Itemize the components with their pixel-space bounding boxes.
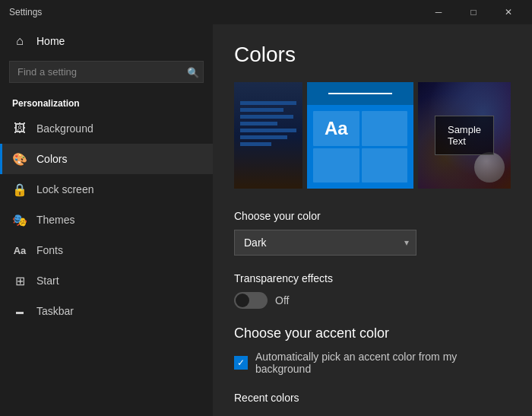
main-layout: ⌂ Home 🔍 Personalization 🖼 Background 🎨 …	[0, 24, 532, 416]
search-icon-button[interactable]: 🔍	[187, 66, 199, 78]
sidebar-item-themes[interactable]: 🎭 Themes	[0, 205, 213, 235]
recent-colors-label: Recent colors	[234, 392, 511, 404]
auto-accent-checkbox[interactable]: ✓	[234, 356, 248, 370]
colors-icon: 🎨	[12, 151, 27, 167]
transparency-label: Transparency effects	[234, 272, 511, 284]
sidebar-section-label: Personalization	[0, 92, 213, 113]
minimize-button[interactable]: ─	[421, 0, 456, 24]
taskbar-icon: ▬	[12, 303, 27, 319]
transparency-toggle[interactable]	[234, 292, 268, 309]
sidebar-item-background[interactable]: 🖼 Background	[0, 113, 213, 144]
content-area: Colors Aa	[213, 24, 532, 416]
background-icon: 🖼	[12, 121, 27, 136]
sidebar-home-label: Home	[36, 35, 65, 47]
window-controls: ─ □ ✕	[421, 0, 526, 24]
search-input[interactable]	[9, 61, 204, 83]
preview-aa-cell: Aa	[313, 111, 359, 146]
preview-middle-top	[307, 82, 413, 105]
lock-icon: 🔒	[12, 182, 27, 197]
preview-line	[328, 93, 392, 94]
accent-title: Choose your accent color	[234, 325, 511, 341]
preview-tile-right: Sample Text	[418, 82, 511, 189]
preview-grid-cell-3	[313, 148, 359, 183]
color-picker-label: Choose your color	[234, 210, 511, 222]
search-container: 🔍	[9, 61, 204, 83]
preview-section: Aa Sample Text	[234, 82, 511, 189]
themes-icon: 🎭	[12, 212, 27, 227]
start-icon: ⊞	[12, 273, 27, 288]
auto-accent-label: Automatically pick an accent color from …	[255, 351, 511, 375]
preview-grid: Aa	[307, 105, 413, 189]
close-button[interactable]: ✕	[491, 0, 526, 24]
sidebar-item-colors[interactable]: 🎨 Colors	[0, 144, 213, 174]
app-title: Settings	[9, 7, 42, 17]
checkmark-icon: ✓	[237, 357, 245, 368]
sidebar-item-label: Themes	[36, 214, 75, 226]
color-select[interactable]: Dark Light Custom	[234, 230, 416, 256]
sidebar-item-home[interactable]: ⌂ Home	[0, 24, 213, 58]
color-picker-group: Choose your color Dark Light Custom ▾	[234, 210, 511, 256]
sidebar-item-label: Fonts	[36, 244, 63, 256]
color-dropdown[interactable]: Dark Light Custom ▾	[234, 230, 416, 256]
sidebar-item-label: Lock screen	[36, 183, 93, 195]
sidebar-item-fonts[interactable]: Aa Fonts	[0, 235, 213, 265]
sidebar: ⌂ Home 🔍 Personalization 🖼 Background 🎨 …	[0, 24, 213, 416]
sidebar-item-taskbar[interactable]: ▬ Taskbar	[0, 296, 213, 326]
auto-accent-row[interactable]: ✓ Automatically pick an accent color fro…	[234, 351, 511, 375]
sidebar-item-label: Background	[36, 122, 93, 135]
transparency-toggle-row: Off	[234, 292, 511, 309]
toggle-knob	[236, 294, 249, 307]
preview-tile-middle: Aa	[307, 82, 413, 189]
sidebar-item-lock-screen[interactable]: 🔒 Lock screen	[0, 174, 213, 205]
home-icon: ⌂	[12, 33, 27, 49]
sidebar-item-label: Taskbar	[36, 305, 74, 317]
title-bar: Settings ─ □ ✕	[0, 0, 532, 24]
sidebar-item-label: Start	[36, 275, 59, 287]
preview-tile-left	[234, 82, 302, 189]
fonts-icon: Aa	[12, 243, 27, 258]
transparency-state: Off	[275, 294, 289, 306]
maximize-button[interactable]: □	[456, 0, 491, 24]
accent-group: Choose your accent color ✓ Automatically…	[234, 325, 511, 375]
preview-grid-cell-4	[362, 148, 408, 183]
sidebar-item-label: Colors	[36, 153, 67, 165]
preview-grid-cell-2	[362, 111, 408, 146]
sample-text-label: Sample Text	[448, 124, 481, 147]
sidebar-item-start[interactable]: ⊞ Start	[0, 265, 213, 296]
preview-sample-text: Sample Text	[435, 116, 494, 155]
page-title: Colors	[234, 43, 511, 67]
transparency-group: Transparency effects Off	[234, 272, 511, 309]
